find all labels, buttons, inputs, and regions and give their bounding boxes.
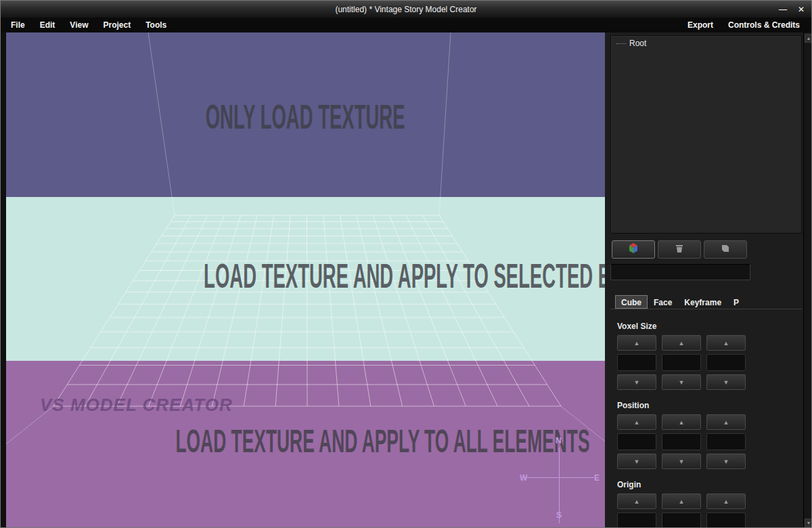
menu-item-export[interactable]: Export [680, 20, 721, 30]
tab-p[interactable]: P [727, 295, 745, 309]
window-title: (untitled) * Vintage Story Model Creator [1, 5, 811, 14]
spinner-grid [617, 493, 752, 528]
tree-root-label: Root [629, 39, 646, 48]
title-bar: (untitled) * Vintage Story Model Creator… [1, 1, 811, 18]
compass-south-label: S [556, 511, 562, 519]
spinner-value-input[interactable] [662, 512, 701, 528]
menu-left-group: FileEditViewProjectTools [1, 20, 174, 30]
viewport-canvas[interactable]: ONLY LOAD TEXTURE LOAD TEXTURE AND APPLY… [6, 32, 605, 528]
compass-horizontal-line [524, 477, 594, 478]
compass-east-label: E [594, 474, 600, 482]
spinner-up-button[interactable] [706, 414, 746, 430]
delete-element-button[interactable] [658, 240, 701, 259]
spinner-value-input[interactable] [662, 354, 701, 371]
spinner-column [617, 414, 656, 469]
group-label: Position [617, 401, 752, 410]
window-controls: — ✕ [779, 1, 805, 18]
spinner-down-button[interactable] [662, 454, 701, 469]
spinner-value-input[interactable] [617, 354, 656, 371]
element-tree[interactable]: Root [610, 35, 802, 234]
cube-tab-panel: Voxel Size Position [605, 309, 803, 528]
spinner-column [706, 335, 746, 390]
spinner-grid [617, 335, 752, 390]
sidebar-panel: Root [605, 32, 812, 528]
menu-item-controls-credits[interactable]: Controls & Credits [721, 20, 807, 30]
band-label: ONLY LOAD TEXTURE [6, 100, 605, 134]
band-label: LOAD TEXTURE AND APPLY TO ALL ELEMENTS [6, 425, 605, 458]
tab-face[interactable]: Face [648, 295, 678, 309]
group-label: Origin [617, 480, 752, 489]
spinner-up-button[interactable] [617, 493, 656, 509]
tab-cube[interactable]: Cube [615, 295, 648, 309]
add-cube-icon [627, 242, 639, 257]
menu-item-edit[interactable]: Edit [32, 20, 63, 30]
spinner-value-input[interactable] [706, 354, 746, 371]
tab-keyframe[interactable]: Keyframe [678, 295, 727, 309]
trash-icon [674, 243, 685, 257]
compass-west-label: W [520, 474, 527, 482]
spinner-column [662, 335, 701, 390]
spinner-group: Position [617, 401, 752, 469]
menu-item-project[interactable]: Project [95, 20, 138, 30]
spinner-down-button[interactable] [706, 454, 746, 469]
panel-scrollbar[interactable] [803, 32, 812, 528]
spinner-up-button[interactable] [662, 335, 701, 351]
add-cube-button[interactable] [612, 240, 655, 259]
content-area: ONLY LOAD TEXTURE LOAD TEXTURE AND APPLY… [1, 32, 811, 527]
spinner-column [662, 414, 701, 469]
menu-item-view[interactable]: View [62, 20, 95, 30]
compass: N S W E [518, 437, 604, 528]
spinner-column [617, 335, 656, 390]
spinner-up-button[interactable] [662, 493, 701, 509]
band-label: LOAD TEXTURE AND APPLY TO SELECTED ELEME… [6, 259, 605, 293]
spinner-value-input[interactable] [706, 512, 746, 528]
scrollbar-down-icon[interactable] [805, 519, 812, 527]
minimize-button[interactable]: — [779, 5, 787, 14]
spinner-grid [617, 414, 752, 469]
menu-item-tools[interactable]: Tools [138, 20, 174, 30]
spinner-group: Voxel Size [617, 322, 752, 390]
tree-root-item[interactable]: Root [616, 39, 646, 48]
tab-bar: CubeFaceKeyframeP [615, 295, 745, 309]
menu-right-group: ExportControls & Credits [680, 20, 811, 30]
compass-north-label: N [556, 437, 562, 445]
group-label: Voxel Size [617, 322, 752, 331]
spinner-value-input[interactable] [706, 433, 746, 450]
element-name-input[interactable] [610, 264, 750, 280]
spinner-down-button[interactable] [706, 374, 746, 390]
spinner-column [662, 493, 701, 528]
close-button[interactable]: ✕ [798, 5, 805, 14]
spinner-group: Origin [617, 480, 752, 528]
tree-connector-icon [616, 43, 626, 44]
spinner-down-button[interactable] [617, 454, 656, 469]
spinner-down-button[interactable] [617, 374, 656, 390]
app-window: (untitled) * Vintage Story Model Creator… [0, 0, 812, 528]
spinner-up-button[interactable] [706, 493, 746, 509]
duplicate-element-button[interactable] [704, 240, 747, 259]
spinner-value-input[interactable] [662, 433, 701, 450]
spinner-column [706, 493, 746, 528]
scrollbar-up-icon[interactable] [805, 34, 812, 43]
spinner-down-button[interactable] [662, 374, 701, 390]
spinner-column [617, 493, 656, 528]
duplicate-icon [720, 243, 731, 257]
menu-item-file[interactable]: File [3, 20, 32, 30]
spinner-up-button[interactable] [662, 414, 701, 430]
spinner-up-button[interactable] [617, 335, 656, 351]
spinner-value-input[interactable] [617, 512, 656, 528]
menu-bar: FileEditViewProjectTools ExportControls … [1, 18, 811, 32]
watermark-text: VS MODEL CREATOR [40, 395, 233, 416]
spinner-up-button[interactable] [706, 335, 746, 351]
spinner-column [706, 414, 746, 469]
spinner-up-button[interactable] [617, 414, 656, 430]
spinner-value-input[interactable] [617, 433, 656, 450]
